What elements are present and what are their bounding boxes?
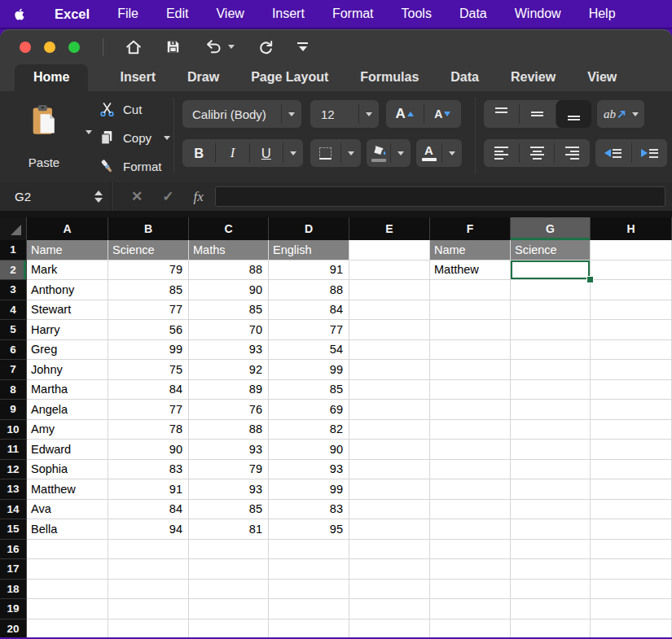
cell-G19[interactable]	[511, 599, 591, 619]
cell-E2[interactable]	[349, 260, 430, 281]
cell-F14[interactable]	[430, 500, 511, 520]
font-color-dropdown-caret[interactable]	[442, 151, 462, 155]
cell-F10[interactable]	[430, 420, 511, 440]
cell-D4[interactable]: 84	[269, 300, 349, 321]
cell-H13[interactable]	[591, 479, 672, 500]
cell-E18[interactable]	[349, 580, 430, 600]
cell-E11[interactable]	[349, 440, 430, 460]
cell-H9[interactable]	[591, 400, 672, 420]
cell-A14[interactable]: Ava	[27, 500, 108, 520]
cell-C9[interactable]: 76	[189, 400, 269, 420]
row-header-18[interactable]: 18	[0, 580, 27, 600]
cell-B9[interactable]: 77	[108, 400, 189, 420]
cell-B18[interactable]	[108, 580, 189, 600]
cell-H5[interactable]	[591, 320, 672, 340]
minimize-window-button[interactable]	[44, 42, 55, 53]
font-size-dropdown[interactable]: 12	[310, 100, 379, 128]
cell-D1[interactable]: English	[269, 240, 349, 260]
underline-button[interactable]: U	[250, 146, 283, 161]
cell-A18[interactable]	[27, 580, 108, 600]
save-icon[interactable]	[165, 39, 181, 55]
cell-F20[interactable]	[430, 619, 511, 638]
cell-E5[interactable]	[349, 320, 430, 340]
cell-G17[interactable]	[511, 559, 591, 580]
row-header-8[interactable]: 8	[0, 380, 27, 400]
cell-D18[interactable]	[269, 580, 349, 600]
menu-item-help[interactable]: Help	[589, 7, 616, 21]
tab-page-layout[interactable]: Page Layout	[251, 64, 328, 91]
cell-E4[interactable]	[349, 300, 430, 321]
cell-H6[interactable]	[591, 340, 672, 361]
text-orientation-button[interactable]: ab	[597, 100, 644, 128]
more-commands-icon[interactable]	[297, 42, 308, 51]
close-window-button[interactable]	[20, 42, 31, 53]
cell-B6[interactable]: 99	[108, 340, 189, 361]
cell-G18[interactable]	[511, 580, 591, 600]
cell-G5[interactable]	[511, 320, 591, 340]
cell-G14[interactable]	[511, 500, 591, 520]
copy-button[interactable]: Copy	[98, 129, 170, 146]
undo-button[interactable]	[204, 38, 235, 55]
confirm-entry-icon[interactable]: ✓	[162, 188, 173, 205]
cell-B20[interactable]	[108, 619, 189, 638]
cell-B5[interactable]: 56	[108, 320, 189, 340]
column-header-A[interactable]: A	[27, 217, 108, 240]
cell-B4[interactable]: 77	[108, 300, 189, 321]
tab-home[interactable]: Home	[15, 64, 88, 91]
column-header-B[interactable]: B	[108, 217, 189, 240]
cell-F16[interactable]	[430, 540, 511, 560]
cell-H15[interactable]	[591, 519, 672, 540]
cell-H20[interactable]	[591, 619, 672, 638]
cell-C14[interactable]: 85	[189, 500, 269, 520]
cell-B15[interactable]: 94	[108, 519, 189, 540]
italic-button[interactable]: I	[216, 145, 248, 161]
increase-indent-button[interactable]	[632, 149, 668, 158]
cell-A6[interactable]: Greg	[27, 340, 108, 361]
row-header-6[interactable]: 6	[0, 340, 27, 361]
cell-C6[interactable]: 93	[189, 340, 269, 361]
cell-D9[interactable]: 69	[269, 400, 349, 420]
row-header-4[interactable]: 4	[0, 300, 27, 321]
insert-function-icon[interactable]: fx	[194, 189, 204, 205]
cell-A13[interactable]: Matthew	[27, 479, 108, 500]
cell-A15[interactable]: Bella	[27, 519, 108, 540]
tab-view[interactable]: View	[587, 64, 617, 91]
cell-D13[interactable]: 99	[269, 479, 349, 500]
cell-D10[interactable]: 82	[269, 420, 349, 440]
cell-A7[interactable]: Johny	[27, 360, 108, 380]
tab-insert[interactable]: Insert	[120, 64, 156, 91]
cell-E3[interactable]	[349, 280, 430, 300]
name-box[interactable]: G2	[0, 182, 112, 211]
menu-app-name[interactable]: Excel	[55, 7, 90, 22]
cell-F9[interactable]	[430, 400, 511, 420]
cell-A19[interactable]	[27, 599, 108, 619]
cell-G12[interactable]	[511, 460, 591, 480]
cell-H1[interactable]	[591, 240, 672, 260]
cell-D2[interactable]: 91	[269, 260, 349, 281]
align-left-button[interactable]	[484, 147, 519, 160]
cell-D19[interactable]	[269, 599, 349, 619]
cell-H8[interactable]	[591, 380, 672, 400]
paste-dropdown-caret[interactable]	[86, 130, 92, 134]
cell-D5[interactable]: 77	[269, 320, 349, 340]
home-icon[interactable]	[125, 38, 143, 56]
cell-F4[interactable]	[430, 300, 511, 321]
cell-D8[interactable]: 85	[269, 380, 349, 400]
cell-A1[interactable]: Name	[27, 240, 108, 260]
row-header-17[interactable]: 17	[0, 559, 27, 580]
formula-input[interactable]	[215, 186, 665, 207]
cell-E15[interactable]	[349, 519, 430, 540]
menu-item-insert[interactable]: Insert	[272, 7, 305, 21]
cell-G13[interactable]	[511, 479, 591, 500]
format-painter-button[interactable]: Format	[98, 158, 162, 175]
row-header-19[interactable]: 19	[0, 599, 27, 619]
decrease-font-size-button[interactable]: A	[424, 107, 462, 120]
row-header-11[interactable]: 11	[0, 440, 27, 460]
cell-G9[interactable]	[511, 400, 591, 420]
cell-G10[interactable]	[511, 420, 591, 440]
cell-B11[interactable]: 90	[108, 440, 189, 460]
cell-B17[interactable]	[108, 559, 189, 580]
align-right-button[interactable]	[555, 147, 590, 160]
cell-E16[interactable]	[349, 540, 430, 560]
cell-B10[interactable]: 78	[108, 420, 189, 440]
